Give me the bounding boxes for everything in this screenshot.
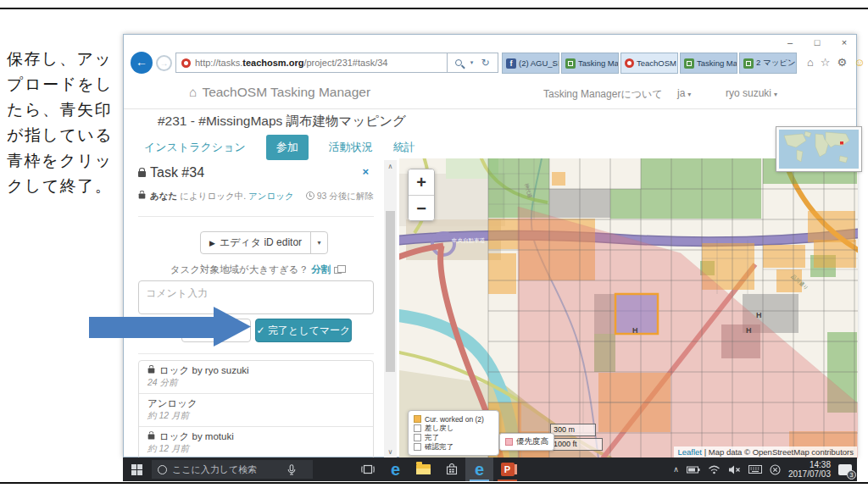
tab-stats[interactable]: 統計 [393,140,415,155]
taskbar-clock[interactable]: 14:38 2017/07/03 [788,460,831,479]
lock-icon [138,171,146,177]
back-button[interactable]: ← [131,52,153,74]
nav-language-dropdown[interactable]: ja▾ [677,87,691,99]
battery-icon[interactable] [687,466,700,474]
tasking-manager-icon [565,58,576,69]
slide-annotation-text: 保存し、アップロードをしたら、青矢印が指している青枠をクリックして終了。 [7,47,114,199]
lock-icon [139,194,146,199]
slide-top-border [0,8,868,9]
unlock-link[interactable]: アンロック [248,191,294,201]
hospital-label: H [746,326,752,335]
map-attribution: Leaflet | Map data © OpenStreetMap contr… [674,446,857,458]
slide-canvas: 保存し、アップロードをしたら、青矢印が指している青枠をクリックして終了。 – □… [0,0,868,488]
safely-remove-icon[interactable] [770,464,781,475]
editor-dropdown-caret[interactable]: ▾ [310,232,327,253]
split-task-hint: タスク対象地域が大きすぎる？ 分割 [128,263,384,276]
history-item: ロック by ryo suzuki 24 分前 [139,361,373,393]
start-button[interactable] [123,458,150,481]
nav-about-link[interactable]: Tasking Managerについて [543,87,663,102]
file-explorer-icon[interactable] [409,458,437,481]
window-controls: – □ × [783,36,851,49]
map-legend: Cur. worked on (2) 差し戻し 完了 確認完了 [408,410,499,456]
task-close-icon[interactable]: × [362,165,369,178]
history-item: ロック by motuki 約 12 月前 [139,426,373,459]
overview-minimap[interactable] [776,127,861,171]
cortana-icon [158,465,167,474]
touch-keyboard-icon[interactable] [748,465,762,474]
leaflet-link[interactable]: Leaflet [677,447,702,457]
browser-tab-facebook[interactable]: f (2) AGU_SIS2... [502,53,559,74]
browser-tab-mapping-doc[interactable]: 2 マッピング_や... [739,53,797,74]
favorites-star-icon[interactable]: ☆ [821,56,831,69]
microphone-icon[interactable] [287,464,296,475]
divider [138,216,374,217]
motorway-label: 中央自動車道 [452,237,486,244]
feedback-smiley-icon[interactable]: ☺ [854,56,865,69]
launch-arrow-icon: ▶ [209,239,215,247]
search-caret-icon[interactable]: ▾ [470,59,474,66]
tab-contribute-active[interactable]: 参加 [266,135,309,160]
lock-icon [148,369,155,374]
speaker-muted-icon[interactable] [728,465,741,474]
legend-swatch-worked [414,415,421,423]
map-scale-bar: 300 m 1000 ft [550,424,603,451]
maximize-button[interactable]: □ [810,36,824,49]
site-header: ⌂TeachOSM Tasking Manager Tasking Manage… [124,75,856,109]
home-icon: ⌂ [189,85,197,99]
task-view-button[interactable] [353,458,381,481]
minimize-button[interactable]: – [783,36,797,49]
nav-user-dropdown[interactable]: ryo suzuki▾ [726,87,777,99]
map-zoom-control: + − [408,169,435,221]
browser-window: – □ × ← → http://tasks.teachosm.org/proj… [123,34,857,458]
mark-done-button[interactable]: ✓ 完了としてマーク [255,319,352,342]
facebook-icon: f [506,58,516,69]
zoom-out-button[interactable]: − [409,195,434,220]
home-icon[interactable]: ⌂ [807,56,814,69]
scrollbar-thumb[interactable] [386,211,395,372]
refresh-icon[interactable]: ↻ [481,57,490,69]
internet-explorer-icon[interactable]: e [465,458,493,481]
browser-tab-tasking-2[interactable]: Tasking Mana... [680,53,737,74]
browser-tab-teachosm-active[interactable]: TeachOSM ... × [620,53,678,74]
taskbar-search-input[interactable] [172,464,282,474]
task-map[interactable]: 中央自動車道 神代通 品川通り H H H + − Cur. worked on… [399,158,858,458]
taskbar-search-box[interactable] [152,460,313,479]
legend-swatch-invalidated [414,424,421,432]
wifi-icon[interactable] [708,464,721,474]
close-button[interactable]: × [837,36,851,49]
clock-time: 14:38 [788,460,831,469]
powerpoint-icon[interactable]: P [493,458,521,481]
edge-icon[interactable]: e [381,458,409,481]
tab-activity[interactable]: 活動状況 [329,140,373,155]
site-favicon [181,58,191,68]
hospital-label: H [632,326,638,335]
site-brand[interactable]: ⌂TeachOSM Tasking Manager [189,85,370,100]
settings-gear-icon[interactable]: ⚙ [837,56,848,69]
split-icon [334,267,342,274]
clock-icon [306,191,314,200]
task-title: Task #34 [138,165,204,180]
scroll-down-arrow[interactable]: ∨ [384,446,397,458]
task-history-list: ロック by ryo suzuki 24 分前 アンロック 約 12 月前 ロッ… [138,360,374,460]
panel-scrollbar[interactable]: ∧ ∨ [384,160,397,458]
tray-expand-chevron[interactable]: ∧ [673,465,679,474]
split-link[interactable]: 分割 [311,264,331,274]
project-title: #231 - #MissingMaps 調布建物マッピング [158,113,406,130]
browser-tab-tasking-1[interactable]: Tasking Mana... [561,53,619,74]
legend-swatch-validated [414,443,421,451]
open-editor-split-button[interactable]: ▶エディタ iD editor ▾ [200,231,328,254]
address-bar[interactable]: http://tasks.teachosm.org/project/231#ta… [175,53,448,73]
zoom-in-button[interactable]: + [409,169,434,195]
search-icon[interactable] [455,59,462,66]
url-domain: teachosm.org [242,58,303,68]
scroll-up-arrow[interactable]: ∧ [384,160,397,173]
action-center-icon[interactable]: 3 [838,464,852,475]
lock-expiry: 93 分後に解除 [306,191,374,202]
legend-swatch-done [414,434,421,441]
forward-button[interactable]: → [156,55,172,71]
location-marker [840,141,843,145]
address-bar-tools: ▾ ↻ [448,53,498,73]
document-icon [743,58,754,69]
tab-instructions[interactable]: インストラクション [144,140,246,155]
store-icon[interactable] [437,458,465,481]
